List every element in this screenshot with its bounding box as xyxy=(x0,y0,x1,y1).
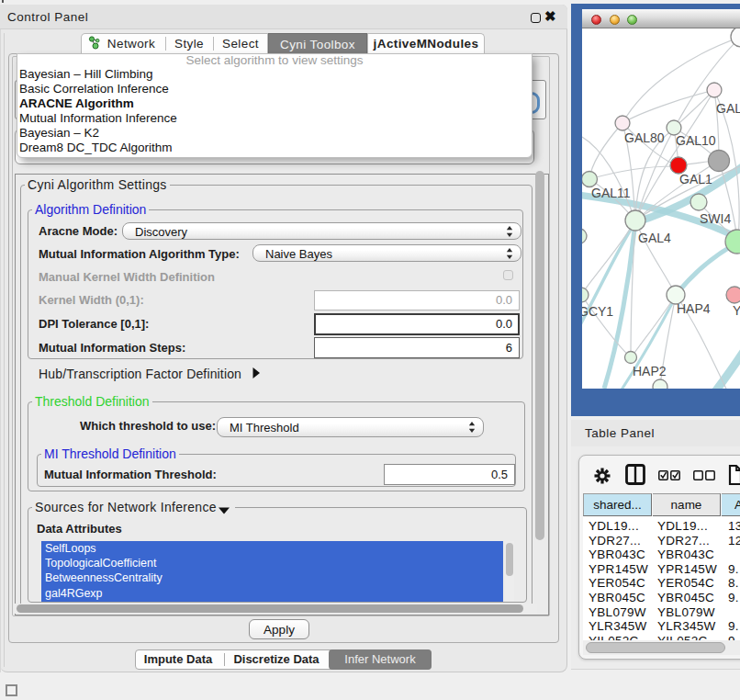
svg-text:GCY1: GCY1 xyxy=(582,304,613,319)
svg-text:GAL4: GAL4 xyxy=(638,231,671,245)
svg-text:GAL11: GAL11 xyxy=(591,186,631,200)
svg-text:GAL80: GAL80 xyxy=(624,130,665,145)
svg-text:SWI4: SWI4 xyxy=(700,211,731,226)
svg-text:GAL1: GAL1 xyxy=(679,172,712,186)
svg-text:HAP2: HAP2 xyxy=(633,364,667,378)
svg-text:GAL7: GAL7 xyxy=(716,101,740,116)
svg-text:Y: Y xyxy=(733,303,740,318)
svg-text:GAL10: GAL10 xyxy=(676,133,716,148)
svg-text:HAP4: HAP4 xyxy=(677,301,711,316)
